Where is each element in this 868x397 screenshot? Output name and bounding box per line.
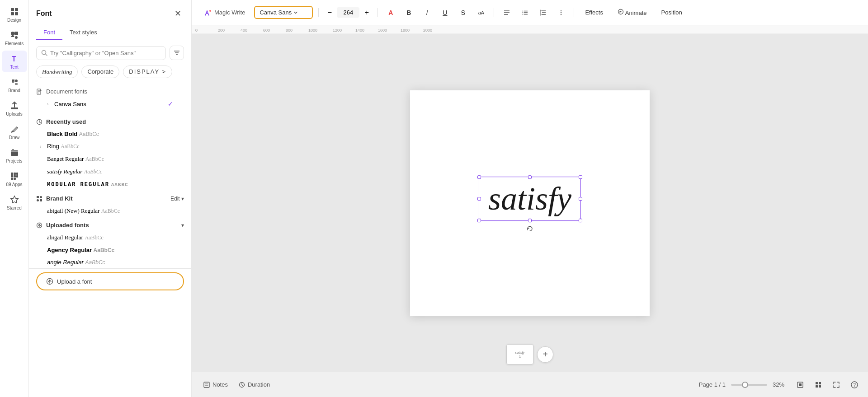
svg-point-46 — [523, 12, 524, 13]
effects-button[interactable]: Effects — [580, 7, 609, 18]
close-panel-button[interactable]: ✕ — [171, 7, 184, 20]
font-item-satisfy[interactable]: satisfy Regular AaBbCc — [33, 165, 188, 178]
search-input[interactable] — [50, 50, 161, 56]
font-item-black-bold[interactable]: Black Bold AaBbCc — [33, 128, 188, 140]
handle-ml[interactable] — [477, 197, 481, 201]
sidebar-item-elements[interactable]: Elements — [2, 27, 27, 49]
svg-rect-9 — [15, 83, 18, 85]
chevron-down-icon — [293, 10, 298, 15]
handle-tm[interactable] — [528, 175, 532, 179]
underline-button[interactable]: U — [438, 5, 452, 20]
filter-button[interactable] — [170, 46, 184, 60]
svg-rect-1 — [15, 8, 18, 11]
canvas-area: satisfy satisfy 1 + — [192, 34, 868, 372]
handle-tr[interactable] — [579, 175, 582, 179]
fit-view-button[interactable] — [794, 378, 807, 391]
search-icon — [41, 50, 47, 56]
font-selector[interactable]: Canva Sans — [254, 6, 313, 19]
font-item-agency[interactable]: Agency Regular AaBbCc — [33, 244, 188, 256]
chip-handwriting[interactable]: Handwriting — [36, 65, 78, 78]
sidebar-item-uploads[interactable]: Uploads — [2, 98, 27, 119]
tab-text-styles[interactable]: Text styles — [62, 25, 104, 40]
sidebar-item-starred[interactable]: Starred — [2, 191, 27, 213]
uploaded-fonts-toggle[interactable]: ▾ — [181, 222, 184, 229]
help-button[interactable]: ? — [848, 378, 861, 391]
upload-icon — [36, 222, 42, 229]
case-button[interactable]: aA — [474, 5, 488, 20]
line-height-icon — [540, 9, 546, 16]
sidebar: Design Elements T Text Brand Uploads — [0, 0, 29, 397]
document-fonts-header: Document fonts — [36, 85, 184, 98]
tab-font[interactable]: Font — [36, 25, 62, 40]
handle-bl[interactable] — [477, 219, 481, 222]
chip-corporate[interactable]: Corporate — [81, 65, 119, 78]
bottom-left: Notes Duration — [199, 378, 274, 391]
font-item-abigail-brand[interactable]: abigail (New) Regular AaBbCc — [33, 205, 188, 217]
font-item-banget[interactable]: Banget Regular AaBbCc — [33, 153, 188, 165]
svg-rect-20 — [14, 178, 16, 180]
grid-view-button[interactable] — [812, 378, 825, 391]
bold-button[interactable]: B — [401, 5, 416, 20]
more-options-button[interactable] — [554, 5, 568, 20]
handle-br[interactable] — [579, 219, 582, 222]
handle-tl[interactable] — [477, 175, 481, 179]
font-name-satisfy: satisfy Regular AaBbCc — [47, 168, 180, 175]
notes-button[interactable]: Notes — [199, 378, 232, 391]
sidebar-item-projects[interactable]: Projects — [2, 145, 27, 166]
svg-rect-35 — [40, 199, 42, 201]
align-button[interactable] — [500, 5, 514, 20]
zoom-thumb[interactable] — [742, 382, 748, 388]
animate-button[interactable]: Animate — [612, 6, 652, 19]
text-element[interactable]: satisfy — [479, 177, 581, 221]
svg-rect-75 — [799, 383, 802, 386]
line-height-button[interactable] — [536, 5, 550, 20]
bottom-bar: Notes Duration Page 1 / 1 32% — [192, 372, 868, 397]
sidebar-item-brand[interactable]: Brand — [2, 74, 27, 96]
add-page-button[interactable]: + — [537, 346, 553, 363]
svg-text:400: 400 — [241, 28, 247, 33]
fullscreen-button[interactable] — [830, 378, 843, 391]
sidebar-item-draw[interactable]: Draw — [2, 121, 27, 143]
position-button[interactable]: Position — [656, 7, 688, 18]
thumb-text: satisfy — [515, 350, 524, 355]
italic-icon: I — [426, 9, 428, 16]
font-item-modular[interactable]: MODULAR REGULAR AABBC — [33, 178, 188, 191]
handle-bm[interactable] — [528, 219, 532, 222]
upload-font-button[interactable]: Upload a font — [36, 272, 184, 290]
brand-kit-title: Brand Kit — [46, 195, 73, 202]
svg-rect-13 — [11, 173, 13, 175]
font-name-black-bold: Black Bold AaBbCc — [47, 131, 180, 137]
svg-rect-16 — [11, 175, 13, 177]
chip-display[interactable]: DISPLAY > — [123, 65, 172, 78]
list-button[interactable] — [518, 5, 532, 20]
italic-button[interactable]: I — [420, 5, 434, 20]
strikethrough-button[interactable]: S — [456, 5, 470, 20]
svg-point-8 — [15, 79, 18, 82]
font-item-angle[interactable]: angle Regular AaBbCc — [33, 256, 188, 268]
magic-write-button[interactable]: Magic Write — [199, 6, 250, 19]
font-size-input[interactable] — [337, 7, 359, 18]
handle-mr[interactable] — [579, 197, 582, 201]
duration-button[interactable]: Duration — [234, 378, 274, 391]
rotate-handle[interactable] — [525, 224, 534, 233]
font-size-decrease-button[interactable]: − — [324, 7, 335, 18]
svg-rect-0 — [11, 8, 14, 11]
brand-kit-edit[interactable]: Edit ▾ — [170, 196, 184, 202]
filter-icon — [174, 50, 180, 56]
sidebar-item-design[interactable]: Design — [2, 4, 27, 25]
font-item-canva-sans[interactable]: › Canva Sans ✓ — [40, 98, 180, 110]
zoom-track[interactable] — [731, 384, 767, 386]
text-content: satisfy — [488, 182, 571, 215]
uploaded-fonts-title: Uploaded fonts — [46, 222, 89, 229]
page-thumbnail[interactable]: satisfy 1 — [506, 344, 533, 364]
text-color-button[interactable]: A — [383, 5, 398, 20]
font-item-ring[interactable]: › Ring AaBbCc — [33, 140, 188, 153]
font-item-abigail-uploaded[interactable]: abigail Regular AaBbCc — [33, 231, 188, 244]
fit-view-icon — [797, 382, 803, 388]
font-size-increase-button[interactable]: + — [361, 7, 372, 18]
sidebar-item-text[interactable]: T Text — [2, 51, 27, 72]
toolbar-divider-4 — [574, 8, 574, 17]
font-name-abigail-brand: abigail (New) Regular AaBbCc — [47, 207, 180, 215]
sidebar-item-apps[interactable]: 89 Apps — [2, 168, 27, 190]
uploads-icon — [10, 101, 19, 110]
